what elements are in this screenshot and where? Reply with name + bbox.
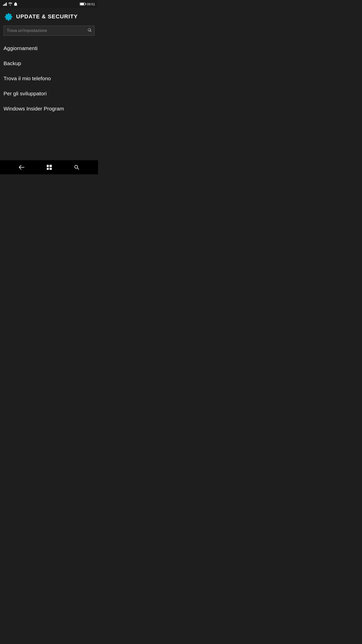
search-container[interactable]: [4, 26, 95, 36]
home-button[interactable]: [42, 163, 57, 172]
status-time: 08:51: [87, 2, 95, 6]
menu-list: Aggiornamenti Backup Trova il mio telefo…: [0, 39, 98, 160]
search-button[interactable]: [88, 28, 92, 33]
menu-item-trova-telefono[interactable]: Trova il mio telefono: [0, 71, 98, 86]
menu-item-aggiornamenti[interactable]: Aggiornamenti: [0, 41, 98, 56]
status-left: [3, 2, 17, 6]
menu-item-insider[interactable]: Windows Insider Program: [0, 101, 98, 116]
back-icon: [19, 165, 24, 170]
gear-icon: [4, 12, 13, 21]
search-nav-button[interactable]: [69, 163, 84, 172]
search-icon: [88, 28, 92, 32]
search-input[interactable]: [4, 26, 94, 35]
svg-line-1: [77, 168, 79, 170]
back-button[interactable]: [14, 163, 29, 172]
battery-icon: [80, 3, 85, 6]
windows-icon: [47, 165, 52, 170]
menu-item-sviluppatori[interactable]: Per gli sviluppatori: [0, 86, 98, 101]
bottom-nav: [0, 160, 98, 174]
menu-item-backup[interactable]: Backup: [0, 56, 98, 71]
wifi-icon: [8, 2, 12, 6]
status-right: 08:51: [80, 2, 95, 6]
page-header: UPDATE & SECURITY: [0, 8, 98, 25]
search-nav-icon: [74, 165, 79, 170]
notification-icon: [14, 2, 17, 6]
svg-point-0: [75, 165, 78, 168]
status-bar: 08:51: [0, 0, 98, 8]
page-title: UPDATE & SECURITY: [16, 13, 78, 20]
signal-icon: [3, 2, 7, 6]
